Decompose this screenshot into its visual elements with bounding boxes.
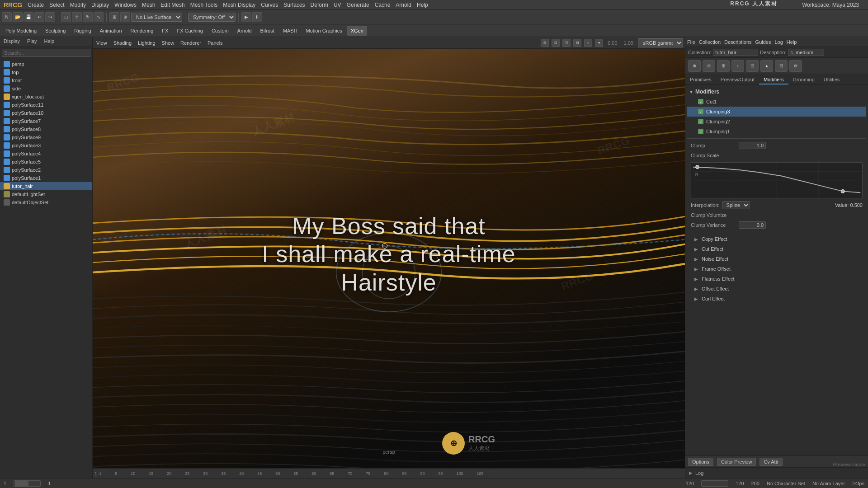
vp-lighting-menu[interactable]: Lighting [136,40,157,46]
outliner-item-xgen_blockout[interactable]: xgen_blockout [0,93,92,101]
tab-animation[interactable]: Animation [96,26,126,36]
symmetry-dropdown[interactable]: Symmetry: Off [188,13,236,22]
rotate-btn[interactable]: ↻ [83,12,93,22]
menu-display[interactable]: Display [91,2,109,8]
rp-descriptions[interactable]: Descriptions [724,39,752,45]
vp-btn6[interactable]: ● [595,39,603,47]
menu-windows[interactable]: Windows [114,2,137,8]
menu-surfaces[interactable]: Surfaces [283,2,305,8]
menu-mesh[interactable]: Mesh [142,2,155,8]
color-preview-btn[interactable]: Color Preview [717,458,756,466]
menu-generate[interactable]: Generate [347,2,369,8]
live-surface-dropdown[interactable]: No Live Surface [131,13,182,22]
tab-xgen[interactable]: XGen [347,26,367,36]
tab-motion-graphics[interactable]: Motion Graphics [302,26,346,36]
clump-input[interactable] [739,142,766,149]
log-section[interactable]: ▶ Log [685,467,868,478]
save-btn[interactable]: 💾 [24,12,33,22]
vp-show-menu[interactable]: Show [160,40,176,46]
vp-btn2[interactable]: ⊡ [552,39,560,47]
rp-help[interactable]: Help [787,39,797,45]
tab-bifrost[interactable]: Bifrost [257,26,278,36]
rp-collection[interactable]: Collection [699,39,721,45]
outliner-item-side[interactable]: side [0,84,92,93]
timeline-ruler[interactable]: 1 5 10 15 20 25 30 35 40 45 50 55 60 65 … [99,469,683,478]
clumping2-checkbox[interactable] [698,119,703,124]
move-btn[interactable]: ✛ [72,12,82,22]
vp-shading-menu[interactable]: Shading [112,40,133,46]
modifier-cut1[interactable]: Cut1 [687,97,866,107]
redo-btn[interactable]: ↪ [45,12,55,22]
menu-mesh-display[interactable]: Mesh Display [223,2,255,8]
tab-arnold[interactable]: Arnold [234,26,255,36]
outliner-display-tab[interactable]: Display [0,37,24,47]
color-space-dropdown[interactable]: sRGB gamma [638,38,683,47]
menu-create[interactable]: Create [28,2,44,8]
tab-poly-modeling[interactable]: Poly Modeling [2,26,40,36]
outliner-play-tab[interactable]: Play [24,37,40,47]
rp-file[interactable]: File [687,39,695,45]
outliner-item-polySurface11[interactable]: polySurface11 [0,101,92,109]
menu-deform[interactable]: Deform [311,2,328,8]
tab-fx-caching[interactable]: FX Caching [173,26,206,36]
effect-noise[interactable]: ▶ Noise Effect [687,254,866,264]
effect-offset[interactable]: ▶ Offset Effect [687,284,866,294]
collection-input[interactable] [713,49,758,56]
menu-cache[interactable]: Cache [375,2,391,8]
tab-sculpting[interactable]: Sculpting [42,26,69,36]
tab-mash[interactable]: MASH [279,26,301,36]
tab-rigging[interactable]: Rigging [71,26,94,36]
xgen-btn6[interactable]: ▲ [760,60,773,72]
snap-btn[interactable]: ⊞ [109,12,119,22]
vp-panels-menu[interactable]: Panels [206,40,225,46]
cv-attr-btn[interactable]: Cv Attr [760,458,783,466]
modifier-clumping1[interactable]: Clumping1 [687,127,866,136]
outliner-item-top[interactable]: top [0,68,92,76]
effect-curl[interactable]: ▶ Curl Effect [687,294,866,304]
vp-btn1[interactable]: ⊞ [541,39,549,47]
open-btn[interactable]: 📂 [13,12,23,22]
xgen-btn8[interactable]: ⊕ [789,60,802,72]
magnet-btn[interactable]: ⊕ [120,12,130,22]
rp-guides[interactable]: Guides [755,39,771,45]
vp-renderer-menu[interactable]: Renderer [179,40,203,46]
outliner-item-polySurface4[interactable]: polySurface4 [0,150,92,158]
outliner-item-polySurface8[interactable]: polySurface8 [0,125,92,133]
outliner-item-polySurface5[interactable]: polySurface5 [0,158,92,166]
render-btn[interactable]: ▶ [241,12,251,22]
outliner-item-polySurface9[interactable]: polySurface9 [0,133,92,141]
options-btn[interactable]: Options [688,458,713,466]
vp-btn3[interactable]: ◫ [562,39,571,47]
xgen-btn2[interactable]: ⊘ [703,60,715,72]
rp-log[interactable]: Log [774,39,783,45]
outliner-item-polySurface1[interactable]: polySurface1 [0,174,92,182]
modifier-clumping2[interactable]: Clumping2 [687,117,866,127]
collapse-arrow[interactable]: ▼ [689,89,693,94]
menu-help[interactable]: Help [417,2,428,8]
vp-view-menu[interactable]: View [94,40,109,46]
outliner-item-defaultObjectSet[interactable]: defaultObjectSet [0,198,92,206]
outliner-item-persp[interactable]: persp [0,60,92,68]
xgen-btn7[interactable]: ⊟ [775,60,788,72]
clump-variance-input[interactable] [739,221,766,229]
outliner-item-polySurface10[interactable]: polySurface10 [0,109,92,117]
menu-edit-mesh[interactable]: Edit Mesh [160,2,184,8]
menu-uv[interactable]: UV [334,2,341,8]
outliner-item-polySurface7[interactable]: polySurface7 [0,117,92,125]
clump-scale-curve[interactable]: R [691,162,863,198]
tab-fx[interactable]: FX [158,26,172,36]
outliner-item-polySurface2[interactable]: polySurface2 [0,166,92,174]
xgen-btn1[interactable]: ⊕ [688,60,701,72]
effect-frame-offset[interactable]: ▶ Frame Offset [687,264,866,274]
new-btn[interactable]: N [2,12,12,22]
outliner-help-tab[interactable]: Help [40,37,58,47]
outliner-item-front[interactable]: front [0,76,92,84]
tab-primitives[interactable]: Primitives [685,75,716,84]
menu-arnold[interactable]: Arnold [396,2,411,8]
effect-flatness[interactable]: ▶ Flatness Effect [687,274,866,284]
search-input[interactable] [2,49,90,57]
effect-cut[interactable]: ▶ Cut Effect [687,244,866,254]
clumping1-checkbox[interactable] [698,129,703,134]
menu-modify[interactable]: Modify [70,2,86,8]
tab-preview-output[interactable]: Preview/Output [716,75,759,84]
